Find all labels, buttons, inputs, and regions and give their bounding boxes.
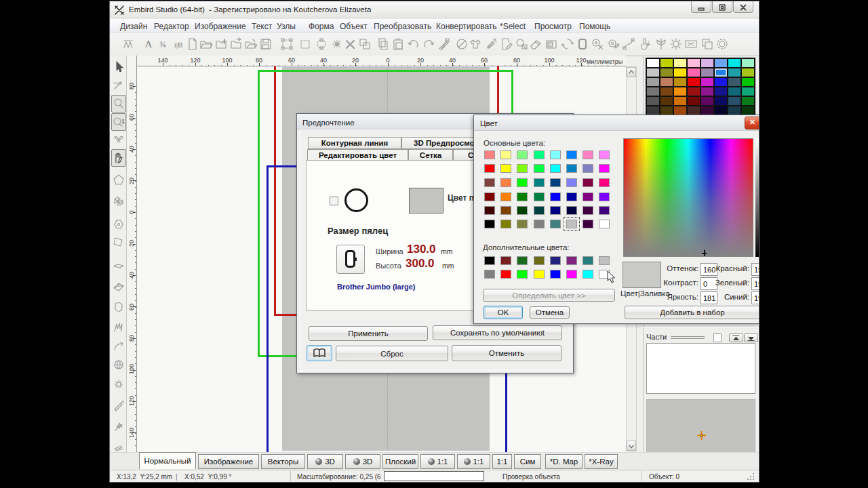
- svg-text:1: 1: [121, 118, 125, 125]
- svg-text:¾: ¾: [159, 39, 166, 49]
- svg-text:i|B: i|B: [174, 41, 183, 49]
- svg-text:A: A: [145, 39, 153, 49]
